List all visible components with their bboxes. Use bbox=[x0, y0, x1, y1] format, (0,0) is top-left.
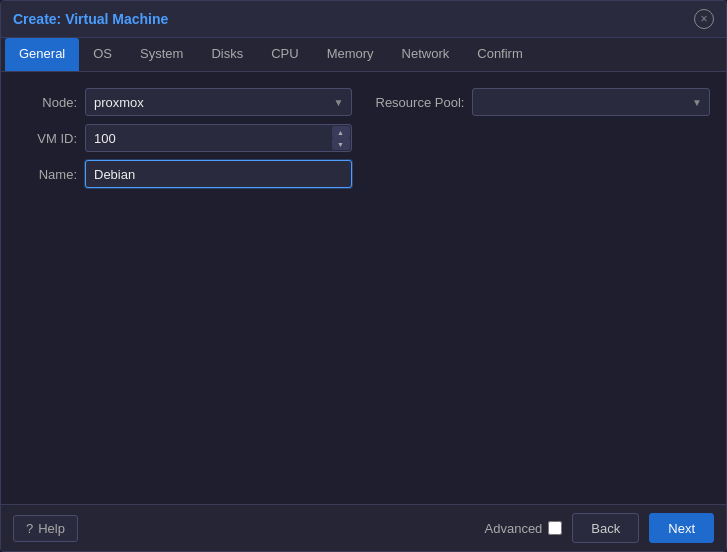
resource-pool-row: Resource Pool: ▼ bbox=[376, 88, 711, 116]
resource-pool-label: Resource Pool: bbox=[376, 95, 465, 110]
node-row: Node: proxmox ▼ bbox=[17, 88, 352, 116]
help-button[interactable]: ? Help bbox=[13, 515, 78, 542]
advanced-wrap: Advanced bbox=[485, 521, 563, 536]
tab-disks[interactable]: Disks bbox=[197, 38, 257, 71]
form-left: Node: proxmox ▼ VM ID: ▲ ▼ bbox=[17, 88, 352, 188]
tab-cpu[interactable]: CPU bbox=[257, 38, 312, 71]
vmid-spinner-buttons: ▲ ▼ bbox=[332, 126, 350, 150]
form-grid: Node: proxmox ▼ VM ID: ▲ ▼ bbox=[17, 88, 710, 188]
node-select[interactable]: proxmox bbox=[85, 88, 352, 116]
tab-network[interactable]: Network bbox=[388, 38, 464, 71]
advanced-checkbox[interactable] bbox=[548, 521, 562, 535]
node-label: Node: bbox=[17, 95, 77, 110]
name-input[interactable] bbox=[85, 160, 352, 188]
dialog-title: Create: Virtual Machine bbox=[13, 11, 168, 27]
footer: ? Help Advanced Back Next bbox=[1, 504, 726, 551]
footer-right: Advanced Back Next bbox=[485, 513, 714, 543]
vmid-decrement-button[interactable]: ▼ bbox=[332, 138, 350, 150]
help-label: Help bbox=[38, 521, 65, 536]
vmid-label: VM ID: bbox=[17, 131, 77, 146]
close-button[interactable]: × bbox=[694, 9, 714, 29]
resource-pool-select[interactable] bbox=[472, 88, 710, 116]
resource-pool-select-wrap: ▼ bbox=[472, 88, 710, 116]
vmid-spinner-wrap: ▲ ▼ bbox=[85, 124, 352, 152]
tab-system[interactable]: System bbox=[126, 38, 197, 71]
footer-left: ? Help bbox=[13, 515, 78, 542]
form-right: Resource Pool: ▼ bbox=[376, 88, 711, 188]
title-bar: Create: Virtual Machine × bbox=[1, 1, 726, 38]
form-content: Node: proxmox ▼ VM ID: ▲ ▼ bbox=[1, 72, 726, 504]
tab-general[interactable]: General bbox=[5, 38, 79, 71]
tab-confirm[interactable]: Confirm bbox=[463, 38, 537, 71]
vmid-input[interactable] bbox=[85, 124, 352, 152]
help-icon: ? bbox=[26, 521, 33, 536]
tab-bar: General OS System Disks CPU Memory Netwo… bbox=[1, 38, 726, 72]
name-row: Name: bbox=[17, 160, 352, 188]
name-label: Name: bbox=[17, 167, 77, 182]
back-button[interactable]: Back bbox=[572, 513, 639, 543]
tab-memory[interactable]: Memory bbox=[313, 38, 388, 71]
tab-os[interactable]: OS bbox=[79, 38, 126, 71]
advanced-label: Advanced bbox=[485, 521, 543, 536]
node-select-wrap: proxmox ▼ bbox=[85, 88, 352, 116]
create-vm-dialog: Create: Virtual Machine × General OS Sys… bbox=[0, 0, 727, 552]
next-button[interactable]: Next bbox=[649, 513, 714, 543]
vmid-row: VM ID: ▲ ▼ bbox=[17, 124, 352, 152]
vmid-increment-button[interactable]: ▲ bbox=[332, 126, 350, 138]
